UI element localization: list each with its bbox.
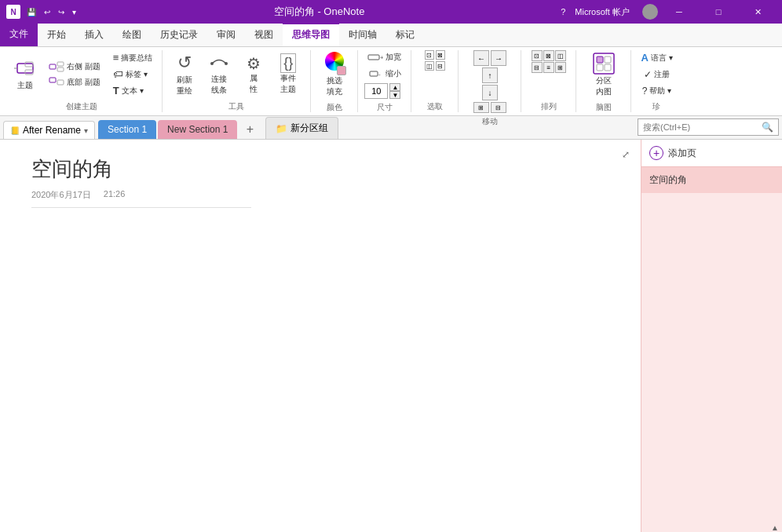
arrange-btn-5[interactable]: ≡	[543, 62, 554, 73]
arrange-btn-3[interactable]: ◫	[555, 50, 566, 61]
select-btn-1[interactable]: ⊡	[425, 50, 434, 60]
tag-button[interactable]: 🏷 标签 ▾	[110, 67, 156, 82]
properties-button[interactable]: ⚙ 属性	[238, 53, 269, 97]
refresh-label: 刷新重绘	[177, 75, 192, 97]
quick-access-save[interactable]: 💾	[25, 8, 38, 16]
number-input-row: 10 ▲ ▼	[364, 83, 400, 99]
move-extra-1[interactable]: ⊞	[473, 102, 489, 113]
page-item-1-title: 空间的角	[649, 174, 687, 185]
svg-rect-17	[605, 56, 611, 63]
arrange-buttons: ⊡ ⊠ ◫ ⊟ ≡ ⊞	[532, 50, 566, 98]
tab-view[interactable]: 视图	[245, 24, 283, 46]
summary-button[interactable]: ≡ 摘要总结	[110, 50, 156, 65]
tab-insert[interactable]: 插入	[75, 24, 113, 46]
help-button[interactable]: ?	[561, 7, 565, 16]
move-up-button[interactable]: ↑	[482, 67, 498, 83]
arrange-btn-4[interactable]: ⊟	[532, 62, 543, 73]
add-page-icon: +	[649, 146, 663, 160]
size-buttons: + 加宽 - 缩小 10 ▲ ▼	[364, 50, 404, 99]
tab-history[interactable]: 历史记录	[151, 24, 207, 46]
right-sub-label: 右侧 副题	[67, 61, 100, 72]
select-label: 选取	[427, 98, 443, 112]
notebook-tab[interactable]: 📒 After Rename ▾	[3, 121, 95, 139]
text-button[interactable]: T 文本 ▾	[110, 83, 156, 98]
connect-icon	[209, 53, 229, 74]
svg-rect-7	[49, 78, 56, 82]
tab-timeline[interactable]: 时间轴	[339, 24, 386, 46]
arrange-btn-6[interactable]: ⊞	[555, 62, 566, 73]
search-icon[interactable]: 🔍	[762, 122, 773, 133]
event-theme-button[interactable]: {} 事件主题	[272, 52, 304, 97]
help-label: 帮助 ▾	[649, 86, 671, 97]
pick-fill-button[interactable]: 挑选填充	[319, 50, 350, 99]
move-right-button[interactable]: →	[491, 50, 506, 66]
select-btn-3[interactable]: ◫	[425, 61, 434, 71]
move-left-button[interactable]: ←	[473, 50, 489, 66]
svg-rect-18	[597, 64, 603, 71]
select-btn-2[interactable]: ⊠	[436, 50, 445, 60]
create-theme-buttons: 主题 右侧 副题 底部 副题	[8, 50, 155, 98]
rare-buttons: A 语言 ▾ ✓ 注册 ? 帮助 ▾	[638, 50, 675, 98]
section-group-tab[interactable]: 📁 新分区组	[265, 117, 338, 139]
color-buttons: 挑选填充	[319, 50, 350, 99]
bottom-sub-label: 底部 副题	[67, 77, 100, 88]
onenote-icon: N	[6, 5, 20, 19]
event-theme-label: 事件主题	[280, 73, 296, 95]
tab-review[interactable]: 审阅	[207, 24, 245, 46]
tab-mark[interactable]: 标记	[386, 24, 424, 46]
main-theme-button[interactable]: 主题	[8, 56, 42, 93]
move-top-row: ← →	[473, 50, 506, 66]
tab-home[interactable]: 开始	[38, 24, 75, 46]
ribbon-group-size: + 加宽 - 缩小 10 ▲ ▼ 尺寸	[358, 50, 411, 112]
page-date: 2020年6月17日	[31, 189, 91, 201]
move-down-button[interactable]: ↓	[482, 85, 498, 100]
connect-button[interactable]: 连接线条	[203, 52, 235, 97]
shrink-button[interactable]: - 缩小	[364, 67, 404, 81]
quick-access-undo[interactable]: ↩	[42, 8, 52, 16]
move-controls: ← → ↑ ↓ ⊞ ⊟	[473, 50, 506, 113]
ribbon-content: 主题 右侧 副题 底部 副题	[0, 47, 782, 116]
bottom-sub-button[interactable]: 底部 副题	[46, 75, 104, 89]
section-inner-label: 分区内图	[596, 75, 612, 97]
size-number-input[interactable]: 10	[364, 83, 388, 99]
minimize-button[interactable]: ─	[661, 0, 697, 24]
help-btn[interactable]: ? 帮助 ▾	[639, 84, 674, 98]
select-btn-4[interactable]: ⊟	[436, 61, 445, 71]
register-button[interactable]: ✓ 注册	[641, 67, 673, 82]
section-tab-new[interactable]: New Section 1	[158, 120, 237, 139]
tab-mindmap[interactable]: 思维导图	[283, 23, 339, 46]
expand-button[interactable]: ⤢	[617, 146, 634, 163]
section-1-label: Section 1	[108, 124, 147, 135]
tab-file[interactable]: 文件	[0, 23, 38, 46]
add-section-button[interactable]: +	[240, 120, 259, 139]
number-down-button[interactable]: ▼	[389, 91, 400, 99]
add-page-button[interactable]: + 添加页	[641, 140, 782, 167]
add-width-button[interactable]: + 加宽	[364, 50, 404, 64]
arrange-btn-1[interactable]: ⊡	[532, 50, 543, 61]
search-input[interactable]	[643, 122, 762, 132]
ribbon-tabs: 文件 开始 插入 绘图 历史记录 审阅 视图 思维导图 时间轴 标记	[0, 24, 782, 47]
move-extra-2[interactable]: ⊟	[491, 102, 506, 113]
page-time: 21:26	[104, 189, 126, 201]
register-label: 注册	[654, 69, 670, 80]
titlebar: N 💾 ↩ ↪ ▾ 空间的角 - OneNote ? Microsoft 帐户 …	[0, 0, 782, 24]
ribbon-group-mindmap: 分区内图 脑图	[576, 50, 631, 112]
refresh-button[interactable]: ↺ 刷新重绘	[169, 51, 200, 98]
restore-button[interactable]: □	[700, 0, 736, 24]
svg-rect-4	[49, 64, 56, 69]
section-tab-1[interactable]: Section 1	[98, 120, 156, 139]
arrange-btn-2[interactable]: ⊠	[543, 50, 554, 61]
tools-label: 工具	[228, 98, 244, 112]
right-sub-button[interactable]: 右侧 副题	[46, 60, 104, 74]
shrink-label: 缩小	[386, 68, 401, 79]
quick-access-redo[interactable]: ↪	[57, 8, 66, 16]
language-button[interactable]: A 语言 ▾	[638, 50, 675, 65]
number-up-button[interactable]: ▲	[389, 83, 400, 91]
page-item-1[interactable]: 空间的角	[641, 167, 782, 193]
close-button[interactable]: ✕	[740, 0, 776, 24]
quick-access-more[interactable]: ▾	[71, 8, 78, 16]
section-inner-button[interactable]: 分区内图	[588, 50, 619, 99]
tab-draw[interactable]: 绘图	[113, 24, 151, 46]
ribbon-collapse-button[interactable]: ▲	[771, 523, 779, 532]
ribbon-group-tools: ↺ 刷新重绘 连接线条 ⚙ 属性 {} 事件主题 工具	[163, 50, 311, 112]
